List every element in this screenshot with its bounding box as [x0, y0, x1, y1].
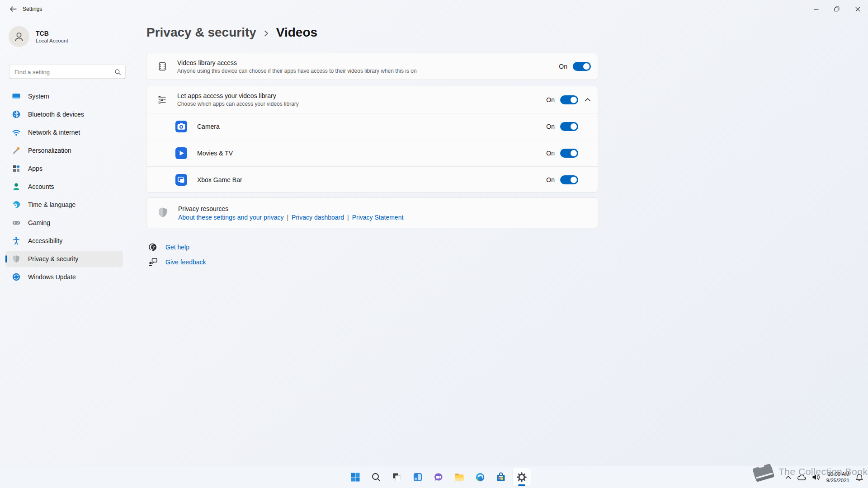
minimize-icon — [814, 7, 819, 12]
restore-button[interactable] — [826, 0, 847, 18]
shield-icon — [157, 207, 168, 219]
back-arrow-icon — [9, 6, 17, 12]
sidebar-item-accounts[interactable]: Accounts — [5, 178, 123, 195]
taskbar-search-button[interactable] — [367, 468, 385, 486]
xbox-game-bar-app-icon — [175, 174, 187, 186]
apps-access-toggle[interactable] — [560, 95, 578, 104]
main-content: Privacy & security Videos Videos library… — [146, 18, 868, 466]
privacy-security-icon — [12, 254, 21, 263]
give-feedback-link[interactable]: Give feedback — [148, 257, 206, 267]
time-language-icon — [12, 200, 21, 209]
sidebar-item-time-language[interactable]: Time & language — [5, 197, 123, 213]
edge-button[interactable] — [471, 468, 489, 486]
search-input[interactable] — [9, 69, 115, 75]
search-icon — [371, 472, 382, 483]
camera-toggle[interactable] — [560, 122, 578, 131]
videos-library-icon — [157, 61, 167, 71]
get-help-icon: ? — [148, 242, 158, 252]
notification-bell-icon[interactable] — [855, 474, 863, 481]
page-title: Videos — [276, 25, 317, 40]
clock-date: 9/25/2021 — [826, 477, 849, 483]
back-button[interactable] — [5, 2, 22, 16]
link-separator: | — [287, 214, 288, 221]
breadcrumb-parent[interactable]: Privacy & security — [146, 25, 256, 40]
toggle-state-label: On — [546, 96, 555, 103]
avatar — [9, 26, 29, 47]
task-view-button[interactable] — [388, 468, 406, 486]
widgets-icon — [412, 472, 423, 483]
edge-icon — [475, 472, 486, 483]
toggle-state-label: On — [559, 63, 567, 70]
app-name: Movies & TV — [197, 150, 233, 157]
sidebar-item-label: System — [28, 93, 49, 100]
give-feedback-label: Give feedback — [165, 258, 206, 266]
settings-button[interactable] — [513, 468, 531, 486]
taskbar-center — [345, 466, 532, 488]
search-icon[interactable] — [115, 69, 121, 75]
volume-icon[interactable] — [812, 474, 821, 481]
chat-button[interactable] — [429, 468, 448, 486]
user-account-type: Local Account — [36, 38, 68, 43]
apps-access-header[interactable]: Let apps access your videos library Choo… — [146, 86, 598, 113]
sidebar-item-label: Bluetooth & devices — [28, 111, 84, 118]
sidebar-item-label: Time & language — [28, 201, 75, 208]
link-privacy-statement[interactable]: Privacy Statement — [352, 214, 404, 221]
gear-icon — [516, 472, 527, 483]
setting-title: Videos library access — [177, 59, 417, 66]
get-help-label: Get help — [165, 244, 189, 251]
sidebar-item-apps[interactable]: Apps — [5, 160, 123, 177]
close-button[interactable] — [847, 0, 868, 18]
windows-update-icon — [12, 272, 21, 282]
store-button[interactable] — [492, 468, 510, 486]
get-help-link[interactable]: ? Get help — [148, 242, 189, 252]
tray-chevron-up-icon[interactable] — [785, 475, 791, 479]
sidebar-item-label: Windows Update — [28, 273, 76, 281]
taskbar-clock[interactable]: 10:09 AM 9/25/2021 — [826, 471, 849, 483]
xbox-game-bar-toggle[interactable] — [560, 175, 578, 184]
breadcrumb: Privacy & security Videos — [146, 25, 317, 40]
sidebar-item-gaming[interactable]: Gaming — [5, 215, 123, 231]
minimize-button[interactable] — [806, 0, 826, 18]
widgets-button[interactable] — [409, 468, 427, 486]
titlebar: Settings — [0, 0, 868, 18]
file-explorer-button[interactable] — [450, 468, 468, 486]
apps-access-card: Let apps access your videos library Choo… — [146, 86, 598, 192]
onedrive-cloud-icon[interactable] — [797, 474, 806, 481]
link-privacy-dashboard[interactable]: Privacy dashboard — [292, 214, 344, 221]
collapse-button[interactable] — [584, 96, 592, 104]
sidebar-item-bluetooth-devices[interactable]: Bluetooth & devices — [5, 106, 123, 122]
movies-tv-toggle[interactable] — [560, 149, 578, 158]
app-list-icon — [157, 95, 167, 105]
taskbar: 10:09 AM 9/25/2021 — [0, 466, 868, 488]
sidebar-item-label: Accessibility — [28, 237, 62, 244]
file-explorer-icon — [454, 472, 465, 483]
link-about-settings-privacy[interactable]: About these settings and your privacy — [178, 214, 283, 221]
toggle-state-label: On — [546, 150, 555, 157]
network-icon — [12, 128, 21, 137]
start-button[interactable] — [346, 468, 364, 486]
app-row-xbox-game-bar: Xbox Game Bar On — [146, 166, 598, 192]
app-name: Camera — [197, 123, 220, 130]
app-name: Xbox Game Bar — [197, 176, 242, 183]
close-icon — [855, 7, 860, 12]
sidebar-item-network-internet[interactable]: Network & internet — [5, 124, 123, 141]
settings-sidebar: TCB Local Account System Bluetooth & dev… — [0, 18, 128, 466]
breadcrumb-separator-icon — [264, 29, 269, 38]
sidebar-item-label: Accounts — [28, 183, 54, 190]
sidebar-item-personalization[interactable]: Personalization — [5, 142, 123, 159]
sidebar-item-accessibility[interactable]: Accessibility — [5, 233, 123, 249]
task-view-icon — [392, 472, 402, 483]
privacy-resources-title: Privacy resources — [178, 205, 403, 212]
chevron-up-icon — [585, 98, 591, 102]
sidebar-item-privacy-security[interactable]: Privacy & security — [5, 251, 123, 267]
sidebar-item-system[interactable]: System — [5, 88, 123, 104]
system-tray: 10:09 AM 9/25/2021 — [785, 466, 863, 488]
videos-library-access-toggle[interactable] — [573, 62, 591, 71]
setting-description: Choose which apps can access your videos… — [177, 101, 299, 107]
user-account[interactable]: TCB Local Account — [9, 26, 68, 47]
system-icon — [12, 92, 21, 101]
sidebar-item-windows-update[interactable]: Windows Update — [5, 269, 123, 285]
movies-tv-app-icon — [175, 147, 187, 159]
setting-title: Let apps access your videos library — [177, 92, 299, 99]
user-name: TCB — [36, 30, 68, 38]
